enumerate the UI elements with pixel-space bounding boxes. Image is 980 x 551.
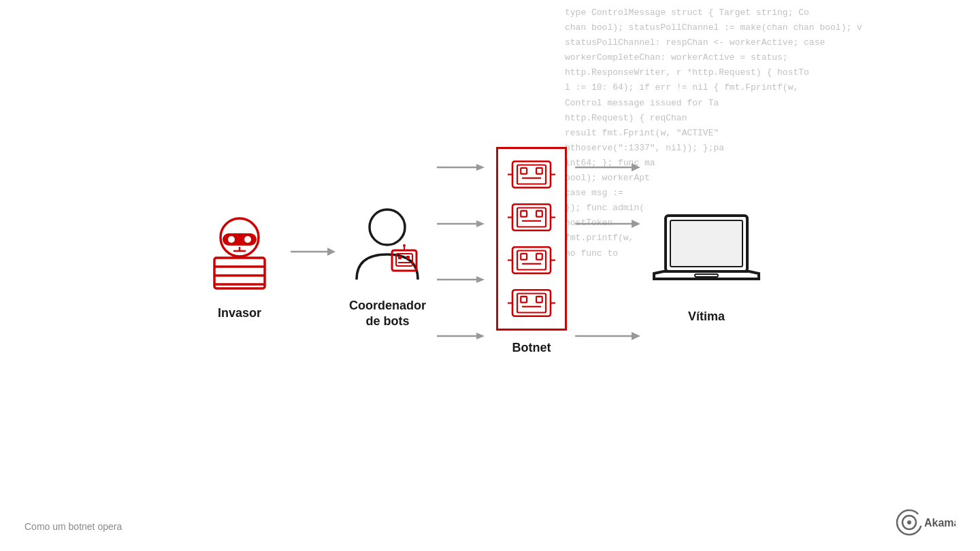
bot-icon-2	[508, 199, 555, 236]
vitima-icon	[649, 205, 764, 301]
svg-point-6	[228, 236, 235, 243]
botnet-label: Botnet	[512, 340, 551, 356]
svg-text:Akamai: Akamai	[924, 517, 956, 529]
svg-marker-57	[632, 163, 640, 171]
bot-icon-1	[508, 156, 555, 193]
botnet-box	[496, 147, 567, 331]
coordenador-icon	[350, 201, 425, 290]
svg-marker-21	[476, 164, 485, 171]
svg-point-7	[244, 236, 251, 243]
coordenador-node: Coordenadorde bots	[349, 201, 426, 330]
svg-point-19	[403, 244, 406, 247]
svg-rect-63	[670, 220, 742, 267]
svg-marker-11	[327, 248, 336, 256]
svg-marker-59	[632, 220, 640, 228]
vitima-node: Vítima	[649, 205, 764, 324]
akamai-logo: Akamai	[894, 507, 956, 537]
svg-rect-44	[521, 254, 527, 260]
svg-rect-51	[521, 297, 527, 303]
invasor-node: Invasor	[202, 209, 277, 321]
arrow-invasor-coord	[289, 241, 337, 262]
svg-rect-16	[406, 256, 410, 259]
bot-icon-4	[508, 284, 555, 322]
svg-rect-30	[521, 168, 527, 174]
svg-marker-23	[476, 220, 485, 227]
svg-rect-5	[223, 233, 257, 246]
svg-marker-61	[632, 332, 640, 340]
vitima-label: Vítima	[688, 309, 725, 324]
svg-point-12	[370, 210, 405, 245]
invasor-icon	[202, 209, 277, 297]
svg-point-67	[907, 520, 911, 524]
coordenador-label: Coordenadorde bots	[349, 298, 426, 330]
svg-rect-45	[536, 254, 542, 260]
akamai-svg: Akamai	[894, 507, 956, 537]
fan-arrows-coord-botnet	[436, 139, 487, 364]
svg-rect-37	[521, 211, 527, 217]
bot-icon-3	[508, 241, 555, 279]
svg-rect-52	[536, 297, 542, 303]
svg-marker-25	[476, 276, 485, 283]
invasor-label: Invasor	[218, 305, 261, 321]
svg-rect-15	[398, 256, 402, 259]
svg-rect-31	[536, 168, 542, 174]
bottom-caption: Como um botnet opera	[24, 521, 122, 532]
svg-marker-27	[476, 333, 485, 339]
svg-rect-38	[536, 211, 542, 217]
svg-rect-64	[695, 274, 718, 277]
main-diagram: Invasor	[0, 0, 980, 551]
